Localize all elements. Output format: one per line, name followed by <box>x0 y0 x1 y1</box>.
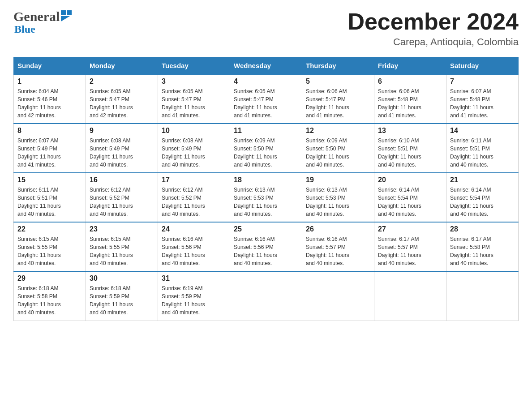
logo-general-text: General <box>13 9 60 24</box>
day-info: Sunrise: 6:14 AM Sunset: 5:54 PM Dayligh… <box>450 186 515 218</box>
calendar-cell <box>374 271 446 321</box>
day-number: 29 <box>17 274 82 283</box>
header-row: SundayMondayTuesdayWednesdayThursdayFrid… <box>14 57 519 75</box>
day-number: 23 <box>90 225 154 233</box>
calendar-cell: 29 Sunrise: 6:18 AM Sunset: 5:58 PM Dayl… <box>14 271 86 321</box>
day-info: Sunrise: 6:18 AM Sunset: 5:59 PM Dayligh… <box>90 284 154 317</box>
calendar-cell: 6 Sunrise: 6:06 AM Sunset: 5:48 PM Dayli… <box>374 74 446 124</box>
calendar-cell: 19 Sunrise: 6:13 AM Sunset: 5:53 PM Dayl… <box>302 173 374 222</box>
day-info: Sunrise: 6:12 AM Sunset: 5:52 PM Dayligh… <box>90 186 154 218</box>
week-row-2: 8 Sunrise: 6:07 AM Sunset: 5:49 PM Dayli… <box>14 124 519 173</box>
day-info: Sunrise: 6:19 AM Sunset: 5:59 PM Dayligh… <box>162 284 226 317</box>
calendar-cell: 20 Sunrise: 6:14 AM Sunset: 5:54 PM Dayl… <box>374 173 446 222</box>
week-row-5: 29 Sunrise: 6:18 AM Sunset: 5:58 PM Dayl… <box>14 271 519 321</box>
calendar-cell: 15 Sunrise: 6:11 AM Sunset: 5:51 PM Dayl… <box>14 173 86 222</box>
day-info: Sunrise: 6:08 AM Sunset: 5:49 PM Dayligh… <box>90 137 154 169</box>
calendar-cell: 11 Sunrise: 6:09 AM Sunset: 5:50 PM Dayl… <box>230 124 302 173</box>
day-number: 7 <box>450 77 515 86</box>
day-info: Sunrise: 6:05 AM Sunset: 5:47 PM Dayligh… <box>234 87 298 120</box>
day-info: Sunrise: 6:07 AM Sunset: 5:48 PM Dayligh… <box>450 87 515 120</box>
day-info: Sunrise: 6:15 AM Sunset: 5:55 PM Dayligh… <box>90 235 154 267</box>
week-row-4: 22 Sunrise: 6:15 AM Sunset: 5:55 PM Dayl… <box>14 222 519 271</box>
calendar-cell: 30 Sunrise: 6:18 AM Sunset: 5:59 PM Dayl… <box>86 271 158 321</box>
day-number: 18 <box>234 176 298 184</box>
day-number: 17 <box>162 176 226 184</box>
day-info: Sunrise: 6:16 AM Sunset: 5:56 PM Dayligh… <box>234 235 298 267</box>
calendar-cell <box>446 271 519 321</box>
day-info: Sunrise: 6:18 AM Sunset: 5:58 PM Dayligh… <box>17 284 82 317</box>
header-col-sunday: Sunday <box>14 57 86 75</box>
day-info: Sunrise: 6:09 AM Sunset: 5:50 PM Dayligh… <box>234 137 298 169</box>
day-number: 10 <box>162 127 226 135</box>
day-number: 19 <box>306 176 370 184</box>
week-row-3: 15 Sunrise: 6:11 AM Sunset: 5:51 PM Dayl… <box>14 173 519 222</box>
calendar-cell: 31 Sunrise: 6:19 AM Sunset: 5:59 PM Dayl… <box>158 271 230 321</box>
day-number: 25 <box>234 225 298 233</box>
day-number: 4 <box>234 77 298 86</box>
day-number: 12 <box>306 127 370 135</box>
day-number: 5 <box>306 77 370 86</box>
title-block: December 2024 Carepa, Antioquia, Colombi… <box>348 9 519 48</box>
day-info: Sunrise: 6:13 AM Sunset: 5:53 PM Dayligh… <box>234 186 298 218</box>
day-info: Sunrise: 6:12 AM Sunset: 5:52 PM Dayligh… <box>162 186 226 218</box>
calendar-table: SundayMondayTuesdayWednesdayThursdayFrid… <box>13 57 519 321</box>
day-info: Sunrise: 6:06 AM Sunset: 5:47 PM Dayligh… <box>306 87 370 120</box>
day-number: 1 <box>17 77 82 86</box>
calendar-cell: 18 Sunrise: 6:13 AM Sunset: 5:53 PM Dayl… <box>230 173 302 222</box>
calendar-cell: 10 Sunrise: 6:08 AM Sunset: 5:49 PM Dayl… <box>158 124 230 173</box>
calendar-cell: 12 Sunrise: 6:09 AM Sunset: 5:50 PM Dayl… <box>302 124 374 173</box>
calendar-cell: 21 Sunrise: 6:14 AM Sunset: 5:54 PM Dayl… <box>446 173 519 222</box>
day-info: Sunrise: 6:05 AM Sunset: 5:47 PM Dayligh… <box>162 87 226 120</box>
calendar-cell: 5 Sunrise: 6:06 AM Sunset: 5:47 PM Dayli… <box>302 74 374 124</box>
day-number: 8 <box>17 127 82 135</box>
header-col-monday: Monday <box>86 57 158 75</box>
calendar-cell: 16 Sunrise: 6:12 AM Sunset: 5:52 PM Dayl… <box>86 173 158 222</box>
day-info: Sunrise: 6:14 AM Sunset: 5:54 PM Dayligh… <box>378 186 442 218</box>
day-info: Sunrise: 6:13 AM Sunset: 5:53 PM Dayligh… <box>306 186 370 218</box>
week-row-1: 1 Sunrise: 6:04 AM Sunset: 5:46 PM Dayli… <box>14 74 519 124</box>
day-number: 15 <box>17 176 82 184</box>
day-number: 31 <box>162 274 226 283</box>
calendar-cell: 4 Sunrise: 6:05 AM Sunset: 5:47 PM Dayli… <box>230 74 302 124</box>
calendar-cell: 17 Sunrise: 6:12 AM Sunset: 5:52 PM Dayl… <box>158 173 230 222</box>
day-number: 11 <box>234 127 298 135</box>
day-info: Sunrise: 6:11 AM Sunset: 5:51 PM Dayligh… <box>450 137 515 169</box>
header-col-thursday: Thursday <box>302 57 374 75</box>
calendar-cell: 24 Sunrise: 6:16 AM Sunset: 5:56 PM Dayl… <box>158 222 230 271</box>
day-info: Sunrise: 6:16 AM Sunset: 5:57 PM Dayligh… <box>306 235 370 267</box>
day-number: 3 <box>162 77 226 86</box>
calendar-cell: 25 Sunrise: 6:16 AM Sunset: 5:56 PM Dayl… <box>230 222 302 271</box>
day-info: Sunrise: 6:10 AM Sunset: 5:51 PM Dayligh… <box>378 137 442 169</box>
calendar-cell: 13 Sunrise: 6:10 AM Sunset: 5:51 PM Dayl… <box>374 124 446 173</box>
calendar-title: December 2024 <box>348 9 519 34</box>
calendar-cell: 14 Sunrise: 6:11 AM Sunset: 5:51 PM Dayl… <box>446 124 519 173</box>
day-info: Sunrise: 6:17 AM Sunset: 5:57 PM Dayligh… <box>378 235 442 267</box>
day-number: 2 <box>90 77 154 86</box>
logo-blue-text: Blue <box>14 23 35 35</box>
day-number: 30 <box>90 274 154 283</box>
day-info: Sunrise: 6:07 AM Sunset: 5:49 PM Dayligh… <box>17 137 82 169</box>
day-info: Sunrise: 6:05 AM Sunset: 5:47 PM Dayligh… <box>90 87 154 120</box>
day-info: Sunrise: 6:08 AM Sunset: 5:49 PM Dayligh… <box>162 137 226 169</box>
calendar-cell: 26 Sunrise: 6:16 AM Sunset: 5:57 PM Dayl… <box>302 222 374 271</box>
header-col-friday: Friday <box>374 57 446 75</box>
day-number: 27 <box>378 225 442 233</box>
header-col-saturday: Saturday <box>446 57 519 75</box>
calendar-cell <box>230 271 302 321</box>
day-number: 14 <box>450 127 515 135</box>
calendar-cell: 28 Sunrise: 6:17 AM Sunset: 5:58 PM Dayl… <box>446 222 519 271</box>
day-number: 6 <box>378 77 442 86</box>
calendar-cell: 22 Sunrise: 6:15 AM Sunset: 5:55 PM Dayl… <box>14 222 86 271</box>
calendar-cell: 27 Sunrise: 6:17 AM Sunset: 5:57 PM Dayl… <box>374 222 446 271</box>
day-info: Sunrise: 6:15 AM Sunset: 5:55 PM Dayligh… <box>17 235 82 267</box>
header-col-tuesday: Tuesday <box>158 57 230 75</box>
calendar-cell: 3 Sunrise: 6:05 AM Sunset: 5:47 PM Dayli… <box>158 74 230 124</box>
calendar-cell: 2 Sunrise: 6:05 AM Sunset: 5:47 PM Dayli… <box>86 74 158 124</box>
day-info: Sunrise: 6:04 AM Sunset: 5:46 PM Dayligh… <box>17 87 82 120</box>
day-number: 20 <box>378 176 442 184</box>
page-header: General Blue December 2024 Carepa, Antio… <box>13 9 519 48</box>
calendar-cell: 23 Sunrise: 6:15 AM Sunset: 5:55 PM Dayl… <box>86 222 158 271</box>
calendar-subtitle: Carepa, Antioquia, Colombia <box>348 36 519 48</box>
header-col-wednesday: Wednesday <box>230 57 302 75</box>
day-number: 16 <box>90 176 154 184</box>
